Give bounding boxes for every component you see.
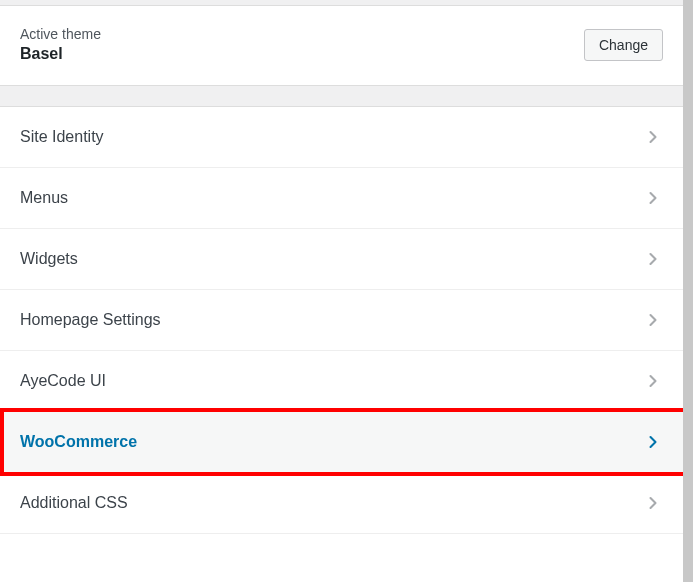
active-theme-label: Active theme: [20, 26, 101, 42]
section-gap: [0, 86, 683, 106]
menu-item-widgets[interactable]: Widgets: [0, 229, 683, 290]
chevron-right-icon: [643, 127, 663, 147]
menu-item-label: AyeCode UI: [20, 372, 106, 390]
menu-item-woocommerce[interactable]: WooCommerce: [0, 412, 683, 473]
theme-header: Active theme Basel Change: [0, 6, 683, 86]
menu-item-homepage-settings[interactable]: Homepage Settings: [0, 290, 683, 351]
menu-item-label: Homepage Settings: [20, 311, 161, 329]
menu-item-label: Additional CSS: [20, 494, 128, 512]
menu-item-label: Site Identity: [20, 128, 104, 146]
change-theme-button[interactable]: Change: [584, 29, 663, 61]
chevron-right-icon: [643, 188, 663, 208]
chevron-right-icon: [643, 249, 663, 269]
scrollbar[interactable]: [683, 0, 693, 582]
menu-item-label: WooCommerce: [20, 433, 137, 451]
chevron-right-icon: [643, 310, 663, 330]
menu-item-site-identity[interactable]: Site Identity: [0, 107, 683, 168]
menu-item-additional-css[interactable]: Additional CSS: [0, 473, 683, 534]
customizer-panel: Active theme Basel Change Site IdentityM…: [0, 0, 683, 582]
menu-item-label: Menus: [20, 189, 68, 207]
chevron-right-icon: [643, 432, 663, 452]
menu-item-ayecode-ui[interactable]: AyeCode UI: [0, 351, 683, 412]
customizer-menu-list: Site IdentityMenusWidgetsHomepage Settin…: [0, 106, 683, 534]
theme-info: Active theme Basel: [20, 26, 101, 63]
active-theme-name: Basel: [20, 45, 101, 63]
menu-item-label: Widgets: [20, 250, 78, 268]
chevron-right-icon: [643, 493, 663, 513]
menu-item-menus[interactable]: Menus: [0, 168, 683, 229]
chevron-right-icon: [643, 371, 663, 391]
